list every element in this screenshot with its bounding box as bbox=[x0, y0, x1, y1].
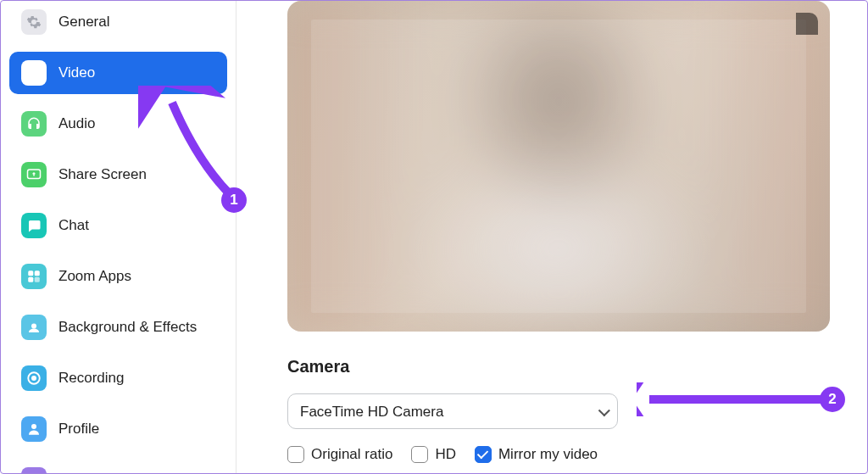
svg-rect-4 bbox=[28, 277, 33, 282]
profile-icon bbox=[21, 416, 47, 442]
camera-select[interactable]: FaceTime HD Camera bbox=[287, 393, 618, 429]
checkbox-label: Original ratio bbox=[311, 446, 392, 463]
svg-point-6 bbox=[31, 324, 36, 329]
sidebar-label: Chat bbox=[58, 217, 89, 234]
chat-icon bbox=[21, 213, 47, 238]
camera-section-title: Camera bbox=[287, 357, 842, 376]
checkbox-box bbox=[411, 446, 428, 463]
svg-rect-5 bbox=[35, 277, 40, 282]
video-icon bbox=[21, 60, 47, 86]
sidebar-item-zoom-apps[interactable]: Zoom Apps bbox=[9, 255, 227, 298]
checkbox-box bbox=[475, 446, 492, 463]
sidebar-item-video[interactable]: Video bbox=[9, 52, 227, 94]
sidebar-item-profile[interactable]: Profile bbox=[9, 408, 227, 450]
video-preview-overlay bbox=[311, 20, 806, 313]
sidebar-item-recording[interactable]: Recording bbox=[9, 357, 227, 399]
gear-icon bbox=[21, 9, 47, 35]
video-corner-control[interactable] bbox=[796, 13, 818, 35]
sidebar-label: General bbox=[58, 14, 109, 31]
sidebar-label: Zoom Apps bbox=[58, 268, 131, 285]
sidebar-label: Background & Effects bbox=[58, 319, 197, 336]
sidebar-item-general[interactable]: General bbox=[9, 1, 227, 43]
mirror-video-checkbox[interactable]: Mirror my video bbox=[475, 446, 598, 463]
svg-point-8 bbox=[31, 376, 36, 381]
sidebar-label: Recording bbox=[58, 370, 125, 387]
hd-checkbox[interactable]: HD bbox=[411, 446, 456, 463]
sidebar-item-statistics[interactable]: Statistics bbox=[9, 459, 227, 474]
sidebar-item-background-effects[interactable]: Background & Effects bbox=[9, 306, 227, 349]
svg-rect-3 bbox=[35, 270, 40, 276]
svg-rect-2 bbox=[28, 270, 33, 276]
checkbox-label: HD bbox=[435, 446, 456, 463]
apps-icon bbox=[21, 264, 47, 289]
sidebar-label: Video bbox=[58, 64, 95, 81]
sidebar-label: Audio bbox=[58, 115, 95, 132]
sidebar-label: Profile bbox=[58, 421, 99, 438]
svg-point-9 bbox=[31, 424, 36, 429]
camera-select-wrap: FaceTime HD Camera bbox=[287, 393, 618, 429]
sidebar-label: Share Screen bbox=[58, 166, 147, 183]
background-icon bbox=[21, 315, 47, 340]
recording-icon bbox=[21, 365, 47, 391]
statistics-icon bbox=[21, 467, 47, 474]
sidebar-item-audio[interactable]: Audio bbox=[9, 103, 227, 145]
sidebar-item-share-screen[interactable]: Share Screen bbox=[9, 153, 227, 196]
original-ratio-checkbox[interactable]: Original ratio bbox=[287, 446, 392, 463]
video-options-row: Original ratio HD Mirror my video bbox=[287, 446, 842, 463]
share-screen-icon bbox=[21, 162, 47, 187]
checkbox-box bbox=[287, 446, 304, 463]
settings-main-panel: Camera FaceTime HD Camera Original ratio… bbox=[236, 1, 867, 473]
video-preview bbox=[287, 1, 830, 332]
settings-sidebar: General Video Audio Share Screen Chat bbox=[1, 1, 236, 473]
svg-rect-0 bbox=[25, 67, 36, 78]
sidebar-item-chat[interactable]: Chat bbox=[9, 204, 227, 247]
checkbox-label: Mirror my video bbox=[498, 446, 598, 463]
headphones-icon bbox=[21, 111, 47, 137]
